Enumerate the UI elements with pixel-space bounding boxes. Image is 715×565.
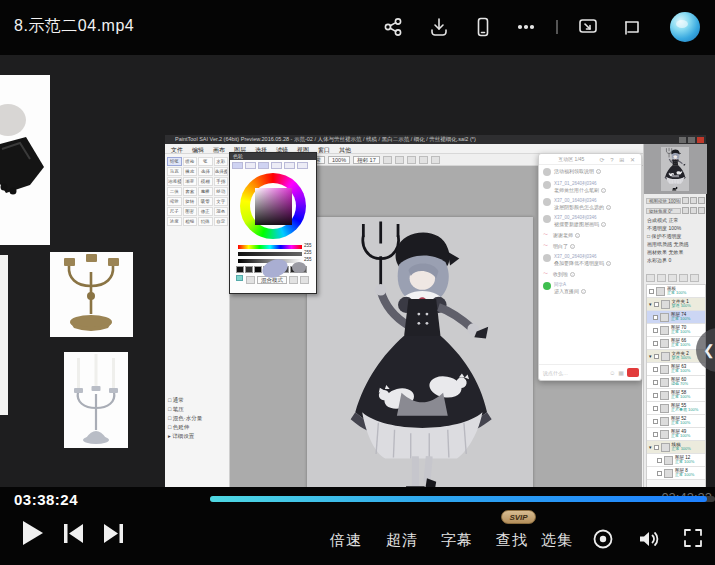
layer-row[interactable]: 图层 60滤色 70% <box>647 376 705 389</box>
sai-tool-button[interactable]: 水彩 <box>214 157 229 166</box>
sai-window-controls[interactable] <box>677 137 704 145</box>
sai-tool-button[interactable]: 套索 <box>183 187 198 196</box>
toolbar-dropdown[interactable]: 相邻 17 <box>353 156 380 164</box>
sai-tool-button[interactable]: 特殊 <box>198 217 213 226</box>
layer-visibility-checkbox[interactable] <box>653 341 658 346</box>
tool-option[interactable]: ▸ 详细设置 <box>168 432 228 441</box>
layer-list-toolbar[interactable] <box>646 274 699 282</box>
sai-tool-button[interactable]: 混色 <box>214 207 229 216</box>
sai-tool-button[interactable]: 马克 <box>167 167 182 176</box>
layer-row[interactable]: 图层 49正常 100% <box>647 428 705 441</box>
chat-messages[interactable]: 活动福利领取说明iX17_01_2640列0346老师蕾丝用什么笔刷iX37_0… <box>539 165 642 360</box>
sai-tool-button[interactable]: 模糊 <box>198 177 213 186</box>
layer-visibility-checkbox[interactable] <box>653 406 658 411</box>
secondary-color-swatch[interactable] <box>236 275 243 281</box>
sai-tool-button[interactable]: 缩放 <box>167 197 182 206</box>
sai-tool-button[interactable]: 选择 <box>198 167 213 176</box>
sai-tool-button[interactable]: 尺子 <box>167 207 182 216</box>
layer-properties[interactable]: 合成模式 正常不透明度 100%□ 保护不透明度画用纸质感 无质感画材效果 无效… <box>647 216 705 264</box>
color-panel-header[interactable]: 色轮 <box>230 153 316 160</box>
volume-icon[interactable] <box>637 528 660 554</box>
sai-menu-item[interactable]: 文件 <box>171 146 183 153</box>
emoji-icon[interactable]: ☺ <box>609 370 615 376</box>
fullscreen-icon[interactable] <box>683 528 703 552</box>
layer-row[interactable]: ▾线稿正常 100% <box>647 441 705 454</box>
miniplayer-icon[interactable] <box>621 16 643 38</box>
layer-visibility-checkbox[interactable] <box>653 432 658 437</box>
chat-send-button[interactable] <box>627 368 639 377</box>
find-button[interactable]: 查找 <box>496 531 528 550</box>
chat-header[interactable]: 互动区 1/45 ⟳ ? ⊞ ✕ <box>539 154 641 165</box>
sai-tool-button[interactable]: 粗细 <box>183 217 198 226</box>
folder-arrow-icon[interactable]: ▾ <box>649 444 652 450</box>
episodes-button[interactable]: 选集 <box>541 531 573 550</box>
cast-icon[interactable] <box>577 16 599 38</box>
sai-tool-button[interactable]: 自定 <box>214 217 229 226</box>
layer-visibility-checkbox[interactable] <box>657 471 662 476</box>
color-panel-buttons[interactable]: 混合模式 <box>246 276 309 284</box>
toolbar-button[interactable] <box>395 156 404 164</box>
saturation-value-box[interactable] <box>255 188 292 225</box>
color-panel-tabs[interactable] <box>232 162 308 169</box>
sai-tool-button[interactable]: 渐变 <box>183 177 198 186</box>
sai-tool-button[interactable]: 旋转 <box>183 197 198 206</box>
layer-visibility-checkbox[interactable] <box>653 315 658 320</box>
layer-visibility-checkbox[interactable] <box>653 380 658 385</box>
tool-option[interactable]: □ 色延伸 <box>168 423 228 432</box>
layer-row[interactable]: ▾文件夹 1穿透 100% <box>647 298 705 311</box>
layer-row[interactable]: 图层 70正常 100% <box>647 324 705 337</box>
play-button[interactable] <box>20 520 44 550</box>
tool-option[interactable]: □ 混色·水分量 <box>168 414 228 423</box>
layer-visibility-checkbox[interactable] <box>653 393 658 398</box>
progress-bar[interactable] <box>210 496 715 502</box>
layer-visibility-checkbox[interactable] <box>653 419 658 424</box>
layer-row[interactable]: 图层 12正常 100% <box>647 454 705 467</box>
sai-tool-options[interactable]: □ 通常□ 笔压□ 混色·水分量□ 色延伸▸ 详细设置 <box>168 396 228 441</box>
sai-tool-button[interactable]: 修正 <box>198 207 213 216</box>
layer-visibility-checkbox[interactable] <box>649 289 654 294</box>
sai-menu-item[interactable]: 窗口 <box>318 146 330 153</box>
sai-tool-button[interactable]: 手指 <box>214 177 229 186</box>
chat-input-row[interactable]: 说点什么… ☺ ▦ <box>539 364 642 380</box>
layer-property[interactable]: 不透明度 100% <box>647 224 705 232</box>
layer-row[interactable]: 图层 74正常 100% <box>647 311 705 324</box>
layer-visibility-checkbox[interactable] <box>654 445 659 450</box>
sai-menu-item[interactable]: 其他 <box>339 146 351 153</box>
image-icon[interactable]: ▦ <box>618 369 624 376</box>
layer-property[interactable]: 画材效果 无效果 <box>647 248 705 256</box>
user-avatar[interactable] <box>670 12 700 42</box>
next-button[interactable] <box>103 523 124 548</box>
layer-property[interactable]: 合成模式 正常 <box>647 216 705 224</box>
sai-tool-button[interactable]: 图形 <box>183 207 198 216</box>
toolbar-button[interactable] <box>407 156 416 164</box>
navigator[interactable] <box>644 144 707 194</box>
layer-visibility-checkbox[interactable] <box>654 354 659 359</box>
layer-row[interactable]: 图层 55正片叠底 100% <box>647 402 705 415</box>
sai-tool-button[interactable]: 铅笔 <box>167 157 182 166</box>
more-icon[interactable] <box>515 16 537 38</box>
layer-row[interactable]: 图层 63正常 100% <box>647 363 705 376</box>
sai-tool-button[interactable]: 笔 <box>198 157 213 166</box>
folder-arrow-icon[interactable]: ▾ <box>649 353 652 359</box>
speed-button[interactable]: 倍速 <box>330 531 362 550</box>
subtitle-button[interactable]: 字幕 <box>441 531 473 550</box>
phone-icon[interactable] <box>472 16 494 38</box>
sai-tool-button[interactable]: 浓度 <box>167 217 182 226</box>
sai-tool-button[interactable]: 移动 <box>214 187 229 196</box>
layer-visibility-checkbox[interactable] <box>653 367 658 372</box>
color-swatch[interactable] <box>236 266 244 273</box>
sai-tool-button[interactable]: 橡皮 <box>183 167 198 176</box>
sai-menu-item[interactable]: 画布 <box>213 146 225 153</box>
video-frame[interactable]: PaintTool SAI Ver.2 (64bit) Preview.2016… <box>0 55 715 487</box>
sai-tool-button[interactable]: 吸管 <box>198 197 213 206</box>
tool-option[interactable]: □ 笔压 <box>168 405 228 414</box>
toolbar-dropdown[interactable]: 100% <box>328 156 350 164</box>
download-icon[interactable] <box>428 16 450 38</box>
layer-visibility-checkbox[interactable] <box>657 458 662 463</box>
layer-row[interactable]: 图层 8正常 100% <box>647 467 705 480</box>
chat-input[interactable]: 说点什么… <box>543 370 606 376</box>
layer-property[interactable]: 画用纸质感 无质感 <box>647 240 705 248</box>
color-swatch[interactable] <box>254 266 262 273</box>
sai-tool-button[interactable]: 魔棒 <box>198 187 213 196</box>
quality-button[interactable]: 超清 <box>386 531 418 550</box>
